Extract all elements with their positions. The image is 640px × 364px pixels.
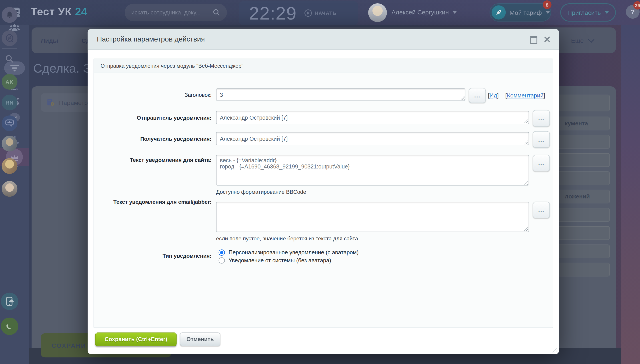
rail-divider [2, 69, 17, 69]
close-icon[interactable] [544, 36, 551, 43]
avatar-initials: AK [6, 78, 14, 85]
cancel-button[interactable]: Отменить [180, 332, 220, 346]
radio-personalized-label: Персонализированное уведомление (с авата… [229, 250, 359, 256]
action-description: Отправка уведомления через модуль "Веб-М… [94, 59, 553, 73]
chat-avatar-photo[interactable] [2, 136, 17, 152]
dialog-titlebar[interactable]: Настройка параметров действия [88, 29, 559, 50]
empty-field-hint: если поле пустое, значение берется из те… [216, 235, 358, 242]
tab-more-label: Еще [571, 37, 584, 44]
logo-accent: 24 [75, 5, 87, 18]
mobile-app-icon[interactable] [1, 292, 19, 310]
notifications-bell-icon[interactable] [2, 7, 17, 23]
chat-avatar-ak[interactable]: AK [2, 74, 17, 90]
chat-avatar-rn[interactable]: RN [2, 94, 17, 110]
recipient-input[interactable] [216, 132, 529, 146]
employees-icon[interactable] [0, 23, 29, 32]
field-label-sender: Отправитель уведомления: [102, 114, 211, 121]
bracket: ] [544, 92, 545, 99]
search-placeholder: искать сотрудника, доку... [131, 9, 213, 16]
bracket: [ [488, 92, 489, 99]
search-icon [213, 9, 220, 16]
user-avatar[interactable] [368, 3, 387, 22]
bracket: [ [505, 92, 507, 99]
chat-avatar-photo[interactable] [2, 158, 17, 174]
avatar-initials: RN [6, 100, 14, 106]
sender-input[interactable] [216, 111, 529, 124]
tariff-badge: 8 [543, 0, 551, 9]
invite-label: Пригласить [567, 9, 601, 16]
maximize-icon[interactable] [530, 36, 537, 44]
chevron-down-icon [604, 11, 609, 14]
sender-select-button[interactable]: ... [533, 110, 550, 127]
chevron-down-icon [546, 11, 550, 14]
site-text-select-button[interactable]: ... [533, 155, 550, 172]
radio-personalized[interactable] [219, 250, 225, 256]
timer-start-label: НАЧАТЬ [315, 10, 336, 16]
dialog-resize-grip[interactable] [552, 347, 557, 352]
action-form: Отправка уведомления через модуль "Веб-М… [94, 58, 553, 328]
chat-avatar-photo[interactable] [2, 181, 17, 197]
chevron-down-icon [453, 11, 457, 14]
document-gear-icon [47, 98, 55, 106]
help-badge: 29 [633, 1, 640, 10]
user-name: Алексей Сергушкин [391, 9, 449, 16]
messenger-icon[interactable] [2, 30, 17, 46]
bbcode-hint: Доступно форматирование BBCode [216, 189, 306, 195]
my-tariff-button[interactable]: Мой тариф [490, 3, 551, 22]
search-input[interactable]: искать сотрудника, доку... [125, 4, 227, 21]
logo-text: Тест УК [31, 5, 72, 18]
tab-more[interactable]: Еще [571, 27, 592, 53]
timer-value: 22:29 [249, 3, 297, 24]
rail-search-icon[interactable] [2, 51, 17, 67]
id-link[interactable]: Ид [490, 92, 497, 99]
field-label-email-text: Текст уведомления для email/jabber: [102, 198, 211, 206]
field-label-type: Тип уведомления: [102, 253, 211, 259]
rocket-icon [492, 5, 506, 20]
field-label-site-text: Текст уведомления для сайта: [102, 157, 211, 163]
user-menu[interactable]: Алексей Сергушкин [391, 9, 457, 16]
action-settings-dialog: Настройка параметров действия Отправка у… [88, 29, 559, 354]
email-text-select-button[interactable]: ... [533, 202, 550, 218]
group-chat-icon[interactable] [2, 116, 17, 131]
radio-system[interactable] [219, 257, 225, 264]
save-button[interactable]: Сохранить (Ctrl+Enter) [95, 332, 177, 346]
field-label-title: Заголовок: [102, 92, 211, 98]
title-select-button[interactable]: ... [469, 88, 486, 103]
bracket: ] [497, 92, 499, 99]
field-label-recipient: Получатель уведомления: [102, 136, 211, 142]
email-text-textarea[interactable] [216, 202, 529, 232]
title-input[interactable] [216, 88, 465, 101]
rail-divider [2, 48, 17, 48]
work-timer[interactable]: 22:29 НАЧАТЬ [239, 1, 358, 25]
invite-button[interactable]: Пригласить [560, 3, 616, 22]
chevron-down-icon [588, 36, 594, 42]
timer-start-button[interactable]: НАЧАТЬ [304, 9, 336, 17]
my-tariff-label: Мой тариф [510, 9, 542, 16]
site-text-textarea[interactable]: весь - {=Variable:addr} город - {=A1690_… [216, 155, 529, 186]
parameters-label: Параметры [59, 99, 92, 106]
portal-logo[interactable]: Тест УК 24 [31, 5, 87, 18]
right-rail [621, 25, 640, 364]
radio-system-label: Уведомление от системы (без аватара) [229, 257, 331, 264]
dialog-title: Настройка параметров действия [97, 35, 205, 43]
telephony-icon[interactable] [1, 318, 19, 335]
tab-leads[interactable]: Лиды [41, 27, 58, 53]
recipient-select-button[interactable]: ... [533, 131, 550, 148]
comment-link[interactable]: Комментарий [507, 92, 544, 99]
play-icon [304, 9, 312, 17]
